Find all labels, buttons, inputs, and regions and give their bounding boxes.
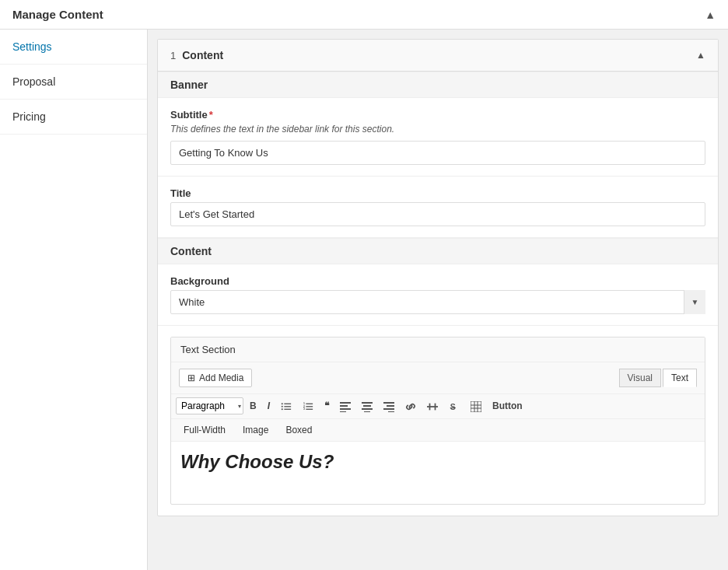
svg-rect-18	[362, 408, 373, 410]
svg-rect-28	[471, 401, 481, 412]
table-button[interactable]	[466, 397, 486, 415]
add-media-icon: ⊞	[187, 372, 195, 383]
button-insert-button[interactable]: Button	[488, 397, 527, 415]
svg-rect-23	[388, 411, 394, 412]
svg-point-4	[282, 406, 283, 407]
sidebar: Settings Proposal Pricing	[0, 30, 148, 570]
align-left-button[interactable]	[335, 397, 355, 415]
section-number: 1	[170, 50, 176, 61]
section-name: Content	[182, 49, 223, 61]
paragraph-select[interactable]: Paragraph Heading 1 Heading 2 Heading 3	[176, 397, 243, 414]
svg-rect-15	[340, 411, 346, 412]
svg-rect-17	[363, 405, 371, 407]
sidebar-item-settings[interactable]: Settings	[0, 30, 147, 65]
svg-text:3: 3	[303, 407, 305, 411]
align-right-button[interactable]	[379, 397, 399, 415]
header-title: Manage Content	[12, 8, 103, 21]
svg-rect-16	[362, 402, 373, 404]
svg-rect-24	[427, 406, 438, 407]
svg-rect-19	[364, 411, 370, 412]
banner-title: Banner	[158, 72, 718, 98]
svg-rect-13	[340, 405, 348, 407]
editor-content-preview[interactable]: Why Choose Us?	[171, 442, 705, 504]
editor-wrapper: Text Section ⊞ Add Media Visual Text	[170, 337, 705, 505]
title-input[interactable]	[170, 202, 705, 226]
ordered-list-button[interactable]: 123	[298, 397, 318, 415]
svg-rect-20	[383, 402, 394, 404]
svg-rect-14	[340, 408, 351, 410]
image-button[interactable]: Image	[236, 422, 275, 438]
subtitle-input[interactable]	[170, 141, 705, 165]
svg-rect-22	[383, 408, 394, 410]
blockquote-button[interactable]: ❝	[320, 397, 334, 415]
background-field-group: Background White Light Gray Dark Primary…	[158, 264, 718, 326]
align-center-button[interactable]	[357, 397, 377, 415]
editor-tabs: Visual Text	[619, 369, 697, 387]
content-area: 1 Content ▲ Banner Subtitle* This define…	[148, 30, 728, 570]
editor-section-label: Text Section	[171, 337, 705, 362]
title-label: Title	[170, 187, 705, 199]
section-collapse-icon[interactable]: ▲	[696, 50, 705, 61]
svg-rect-8	[306, 408, 313, 409]
main-layout: Settings Proposal Pricing 1 Content ▲ Ba…	[0, 30, 728, 570]
section-header: 1 Content ▲	[158, 40, 718, 72]
add-media-button[interactable]: ⊞ Add Media	[179, 369, 252, 387]
svg-point-5	[282, 408, 283, 410]
svg-rect-12	[340, 402, 351, 404]
unordered-list-button[interactable]	[276, 397, 296, 415]
svg-rect-21	[387, 405, 394, 407]
tab-visual[interactable]: Visual	[619, 369, 661, 387]
editor-preview-text: Why Choose Us?	[180, 451, 334, 472]
subtitle-field-group: Subtitle* This defines the text in the s…	[158, 98, 718, 177]
section-card: 1 Content ▲ Banner Subtitle* This define…	[157, 39, 719, 516]
manage-content-header: Manage Content ▲	[0, 0, 728, 30]
background-select-wrapper: White Light Gray Dark Primary ▼	[170, 290, 705, 314]
background-label: Background	[170, 275, 705, 287]
bold-button[interactable]: B	[245, 397, 261, 415]
svg-rect-6	[306, 403, 313, 404]
paragraph-select-wrapper: Paragraph Heading 1 Heading 2 Heading 3 …	[176, 397, 243, 414]
editor-toolbar-top: ⊞ Add Media Visual Text	[171, 362, 705, 394]
full-width-button[interactable]: Full-Width	[177, 422, 232, 438]
italic-button[interactable]: I	[263, 397, 275, 415]
subtitle-hint: This defines the text in the sidebar lin…	[170, 124, 705, 135]
sidebar-item-pricing[interactable]: Pricing	[0, 100, 147, 135]
boxed-button[interactable]: Boxed	[279, 422, 318, 438]
background-select[interactable]: White Light Gray Dark Primary	[170, 290, 705, 314]
tab-text[interactable]: Text	[663, 369, 697, 387]
svg-rect-26	[435, 403, 436, 410]
strikethrough-button[interactable]: S	[444, 397, 464, 415]
section-header-left: 1 Content	[170, 49, 223, 61]
editor-toolbar-second: Full-Width Image Boxed	[171, 419, 705, 442]
svg-text:S: S	[450, 402, 456, 411]
header-toggle-icon[interactable]: ▲	[705, 9, 716, 21]
content-title: Content	[158, 238, 718, 264]
horizontal-rule-button[interactable]	[422, 397, 443, 415]
sidebar-item-proposal[interactable]: Proposal	[0, 65, 147, 100]
editor-toolbar-main: Paragraph Heading 1 Heading 2 Heading 3 …	[171, 394, 705, 419]
svg-rect-25	[429, 403, 431, 410]
link-button[interactable]	[401, 397, 421, 415]
svg-rect-0	[284, 403, 291, 404]
add-media-label: Add Media	[199, 372, 243, 383]
title-field-group: Title	[158, 177, 718, 238]
svg-rect-2	[284, 408, 291, 409]
svg-rect-7	[306, 406, 313, 407]
subtitle-label: Subtitle*	[170, 109, 705, 121]
svg-point-3	[282, 403, 283, 404]
svg-rect-1	[284, 406, 291, 407]
